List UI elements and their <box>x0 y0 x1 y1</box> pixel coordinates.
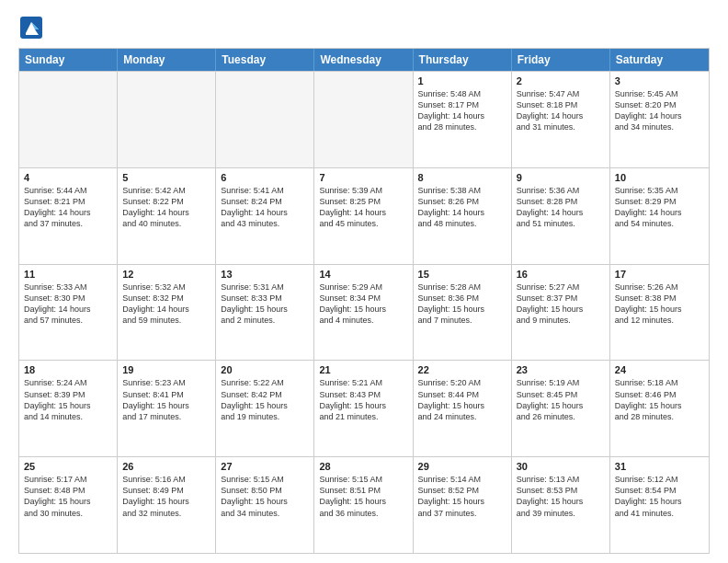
cell-info-line: Sunrise: 5:42 AM <box>122 185 210 196</box>
cell-info-line: Sunrise: 5:41 AM <box>221 185 309 196</box>
cell-info-line: Sunrise: 5:15 AM <box>221 474 309 485</box>
cell-info-line: and 57 minutes. <box>24 315 112 326</box>
cell-info-line: Sunset: 8:46 PM <box>615 389 704 400</box>
cell-info-line: and 26 minutes. <box>517 411 605 422</box>
weekday-header: Thursday <box>414 49 512 71</box>
cell-info-line: Sunrise: 5:14 AM <box>418 474 506 485</box>
cell-info-line: Daylight: 14 hours <box>122 207 210 218</box>
calendar-cell: 14Sunrise: 5:29 AMSunset: 8:34 PMDayligh… <box>314 265 413 361</box>
calendar-cell <box>314 72 413 167</box>
cell-info-line: Sunset: 8:50 PM <box>221 485 309 496</box>
calendar-cell: 12Sunrise: 5:32 AMSunset: 8:32 PMDayligh… <box>118 265 216 361</box>
cell-info-line: Daylight: 14 hours <box>122 304 210 315</box>
cell-info-line: Sunrise: 5:47 AM <box>517 88 605 99</box>
cell-info-line: and 59 minutes. <box>122 315 210 326</box>
cell-info-line: Daylight: 15 hours <box>319 496 407 507</box>
day-number: 25 <box>24 461 112 472</box>
cell-info-line: and 34 minutes. <box>615 121 704 132</box>
cell-info-line: Daylight: 15 hours <box>319 400 407 411</box>
cell-info-line: Sunset: 8:26 PM <box>418 196 506 207</box>
day-number: 7 <box>319 172 407 183</box>
cell-info-line: Sunset: 8:30 PM <box>24 293 112 304</box>
cell-info-line: Daylight: 15 hours <box>221 400 309 411</box>
cell-info-line: and 28 minutes. <box>418 121 506 132</box>
calendar: SundayMondayTuesdayWednesdayThursdayFrid… <box>18 48 710 554</box>
cell-info-line: Sunrise: 5:35 AM <box>615 185 704 196</box>
cell-info-line: Daylight: 14 hours <box>24 207 112 218</box>
cell-info-line: Sunrise: 5:23 AM <box>122 377 210 388</box>
calendar-cell: 28Sunrise: 5:15 AMSunset: 8:51 PMDayligh… <box>314 457 413 553</box>
cell-info-line: and 34 minutes. <box>221 508 309 519</box>
weekday-header: Monday <box>118 49 216 71</box>
calendar-header: SundayMondayTuesdayWednesdayThursdayFrid… <box>19 49 709 71</box>
calendar-cell: 23Sunrise: 5:19 AMSunset: 8:45 PMDayligh… <box>512 361 610 456</box>
cell-info-line: Sunrise: 5:22 AM <box>221 377 309 388</box>
cell-info-line: Daylight: 15 hours <box>319 304 407 315</box>
cell-info-line: Sunrise: 5:38 AM <box>418 185 506 196</box>
cell-info-line: Sunrise: 5:29 AM <box>319 282 407 293</box>
calendar-cell: 29Sunrise: 5:14 AMSunset: 8:52 PMDayligh… <box>414 457 512 553</box>
day-number: 3 <box>615 75 704 86</box>
page: SundayMondayTuesdayWednesdayThursdayFrid… <box>0 0 728 563</box>
calendar-cell: 16Sunrise: 5:27 AMSunset: 8:37 PMDayligh… <box>512 265 610 361</box>
cell-info-line: Sunset: 8:36 PM <box>418 293 506 304</box>
cell-info-line: Sunrise: 5:21 AM <box>319 377 407 388</box>
cell-info-line: Sunset: 8:43 PM <box>319 389 407 400</box>
calendar-cell: 22Sunrise: 5:20 AMSunset: 8:44 PMDayligh… <box>414 361 512 456</box>
cell-info-line: Sunrise: 5:12 AM <box>615 474 704 485</box>
cell-info-line: Sunset: 8:21 PM <box>24 196 112 207</box>
cell-info-line: Sunset: 8:34 PM <box>319 293 407 304</box>
cell-info-line: Sunset: 8:20 PM <box>615 99 704 110</box>
day-number: 19 <box>122 364 210 375</box>
day-number: 18 <box>24 364 112 375</box>
calendar-cell: 4Sunrise: 5:44 AMSunset: 8:21 PMDaylight… <box>19 168 118 264</box>
day-number: 11 <box>24 269 112 280</box>
cell-info-line: Sunrise: 5:39 AM <box>319 185 407 196</box>
cell-info-line: and 7 minutes. <box>418 315 506 326</box>
cell-info-line: Sunset: 8:32 PM <box>122 293 210 304</box>
calendar-row: 25Sunrise: 5:17 AMSunset: 8:48 PMDayligh… <box>19 456 709 553</box>
day-number: 24 <box>615 364 704 375</box>
weekday-header: Wednesday <box>314 49 413 71</box>
cell-info-line: Sunset: 8:54 PM <box>615 485 704 496</box>
cell-info-line: and 39 minutes. <box>517 508 605 519</box>
weekday-header: Saturday <box>610 49 709 71</box>
day-number: 29 <box>418 461 506 472</box>
day-number: 27 <box>221 461 309 472</box>
day-number: 13 <box>221 269 309 280</box>
cell-info-line: and 36 minutes. <box>319 508 407 519</box>
cell-info-line: Daylight: 15 hours <box>221 496 309 507</box>
calendar-cell: 10Sunrise: 5:35 AMSunset: 8:29 PMDayligh… <box>610 168 709 264</box>
cell-info-line: Sunset: 8:38 PM <box>615 293 704 304</box>
calendar-cell <box>118 72 216 167</box>
cell-info-line: Sunset: 8:53 PM <box>517 485 605 496</box>
cell-info-line: and 19 minutes. <box>221 411 309 422</box>
cell-info-line: Sunrise: 5:27 AM <box>517 282 605 293</box>
cell-info-line: and 4 minutes. <box>319 315 407 326</box>
cell-info-line: Sunrise: 5:45 AM <box>615 88 704 99</box>
cell-info-line: Daylight: 15 hours <box>24 400 112 411</box>
cell-info-line: Daylight: 15 hours <box>418 496 506 507</box>
cell-info-line: and 41 minutes. <box>615 508 704 519</box>
cell-info-line: Daylight: 14 hours <box>418 207 506 218</box>
day-number: 26 <box>122 461 210 472</box>
calendar-cell: 5Sunrise: 5:42 AMSunset: 8:22 PMDaylight… <box>118 168 216 264</box>
calendar-cell: 17Sunrise: 5:26 AMSunset: 8:38 PMDayligh… <box>610 265 709 361</box>
cell-info-line: and 2 minutes. <box>221 315 309 326</box>
cell-info-line: Sunrise: 5:28 AM <box>418 282 506 293</box>
calendar-cell: 31Sunrise: 5:12 AMSunset: 8:54 PMDayligh… <box>610 457 709 553</box>
cell-info-line: Daylight: 14 hours <box>615 110 704 121</box>
day-number: 1 <box>418 75 506 86</box>
cell-info-line: and 14 minutes. <box>24 411 112 422</box>
weekday-header: Tuesday <box>216 49 314 71</box>
cell-info-line: Daylight: 14 hours <box>221 207 309 218</box>
logo <box>18 15 48 40</box>
day-number: 10 <box>615 172 704 183</box>
cell-info-line: Daylight: 15 hours <box>418 304 506 315</box>
calendar-row: 4Sunrise: 5:44 AMSunset: 8:21 PMDaylight… <box>19 167 709 264</box>
calendar-cell: 19Sunrise: 5:23 AMSunset: 8:41 PMDayligh… <box>118 361 216 456</box>
cell-info-line: Sunrise: 5:26 AM <box>615 282 704 293</box>
header <box>18 15 710 40</box>
cell-info-line: Sunset: 8:41 PM <box>122 389 210 400</box>
cell-info-line: Sunrise: 5:20 AM <box>418 377 506 388</box>
